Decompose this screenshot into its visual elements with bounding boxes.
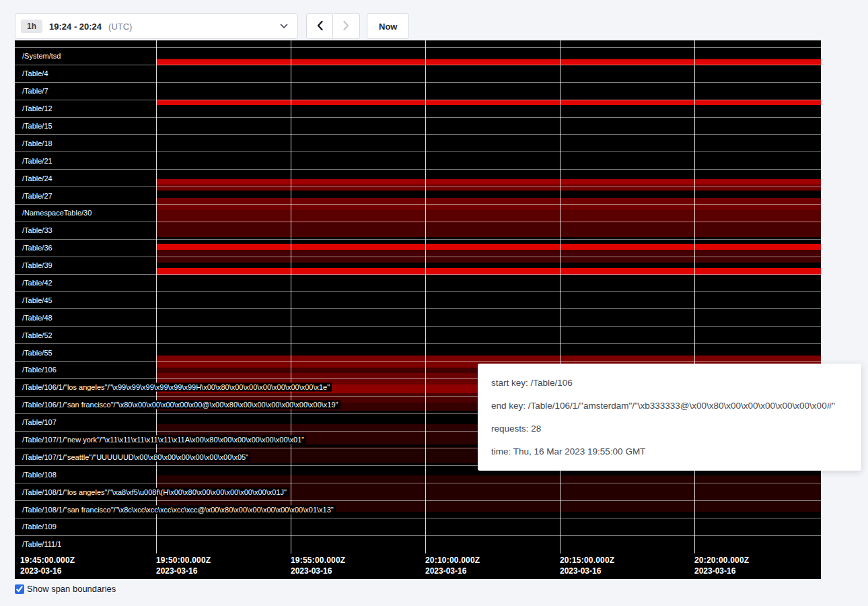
span-start-key-label: /Table/106/1/"los angeles"/"\x99\x99\x99… bbox=[22, 383, 332, 392]
heatmap-row[interactable]: /Table/109 bbox=[15, 518, 821, 535]
span-start-key-label: /Table/52 bbox=[22, 331, 55, 339]
heatmap-row[interactable]: /Table/7 bbox=[15, 82, 821, 100]
tick-time-label: 20:20:00.000Z bbox=[694, 556, 749, 565]
x-axis-tick: 20:15:00.000Z2023-03-16 bbox=[560, 556, 614, 576]
show-span-boundaries-label: Show span boundaries bbox=[27, 584, 116, 594]
tick-date-label: 2023-03-16 bbox=[291, 566, 345, 576]
chevron-right-icon bbox=[342, 20, 350, 33]
span-start-key-label: /System/tsd bbox=[22, 52, 63, 61]
x-axis-tick: 19:50:00.000Z2023-03-16 bbox=[156, 556, 211, 576]
span-start-key-label: /Table/45 bbox=[22, 296, 55, 304]
span-start-key-label: /Table/18 bbox=[22, 139, 55, 147]
tooltip-line: time: Thu, 16 Mar 2023 19:55:00 GMT bbox=[491, 445, 848, 458]
timezone-text: (UTC) bbox=[108, 22, 132, 32]
heatmap-row[interactable]: /Table/111/1 bbox=[15, 535, 821, 553]
time-range-text: 19:24 - 20:24 bbox=[49, 22, 102, 32]
heatmap-row[interactable]: /Table/52 bbox=[15, 326, 821, 343]
span-start-key-label: /Table/21 bbox=[22, 156, 55, 165]
span-start-key-label: /Table/39 bbox=[22, 261, 55, 270]
span-start-key-label: /Table/108/1/"los angeles"/"\xa8\xf5\u00… bbox=[22, 487, 289, 496]
span-start-key-label: /Table/55 bbox=[22, 348, 55, 357]
tick-time-label: 19:45:00.000Z bbox=[20, 556, 75, 565]
span-start-key-label: /Table/106/1/"san francisco"/"\x80\x00\x… bbox=[22, 401, 340, 409]
tick-date-label: 2023-03-16 bbox=[694, 566, 749, 576]
heatmap-row[interactable]: /Table/4 bbox=[15, 65, 821, 82]
heatmap-row[interactable]: /Table/108/1/"los angeles"/"\xa8\xf5\u00… bbox=[15, 483, 821, 500]
span-start-key-label: /Table/4 bbox=[22, 69, 50, 78]
heatmap-row[interactable]: /Table/33 bbox=[15, 222, 821, 239]
heatmap-row[interactable]: /Table/27 bbox=[15, 187, 821, 204]
heatmap-row[interactable]: /Table/45 bbox=[15, 291, 821, 308]
span-tooltip: start key: /Table/106end key: /Table/106… bbox=[478, 364, 861, 471]
now-button[interactable]: Now bbox=[367, 13, 409, 39]
span-start-key-label: /Table/107 bbox=[22, 418, 59, 427]
heatmap-rows: /System/tsd/Table/4/Table/7/Table/12/Tab… bbox=[15, 47, 821, 553]
time-nav-group bbox=[306, 13, 360, 39]
x-axis-tick: 20:20:00.000Z2023-03-16 bbox=[694, 556, 749, 576]
span-start-key-label: /NamespaceTable/30 bbox=[22, 209, 94, 217]
footer: Show span boundaries bbox=[15, 584, 116, 594]
duration-badge: 1h bbox=[21, 20, 42, 33]
heatmap-row[interactable]: /Table/21 bbox=[15, 152, 821, 169]
tick-time-label: 20:15:00.000Z bbox=[560, 556, 614, 565]
heatmap-row[interactable]: /Table/39 bbox=[15, 257, 821, 274]
heatmap-row[interactable]: /NamespaceTable/30 bbox=[15, 204, 821, 222]
span-start-key-label: /Table/36 bbox=[22, 244, 55, 252]
next-interval-button[interactable] bbox=[333, 13, 360, 39]
x-axis-tick: 19:45:00.000Z2023-03-16 bbox=[20, 556, 75, 576]
heatmap-row[interactable]: /Table/48 bbox=[15, 308, 821, 326]
heatmap-row[interactable]: /Table/18 bbox=[15, 134, 821, 152]
x-axis: 19:45:00.000Z2023-03-1619:50:00.000Z2023… bbox=[15, 553, 821, 579]
toolbar: 1h 19:24 - 20:24 (UTC) Now bbox=[15, 13, 409, 39]
time-range-selector[interactable]: 1h 19:24 - 20:24 (UTC) bbox=[15, 13, 298, 39]
heatmap-row[interactable]: /Table/55 bbox=[15, 343, 821, 361]
tick-time-label: 20:10:00.000Z bbox=[425, 556, 480, 565]
span-start-key-label: /Table/106 bbox=[22, 366, 59, 374]
tick-date-label: 2023-03-16 bbox=[425, 566, 480, 576]
tick-date-label: 2023-03-16 bbox=[20, 566, 75, 576]
span-start-key-label: /Table/108/1/"san francisco"/"\x8c\xcc\x… bbox=[22, 505, 336, 514]
heatmap-row[interactable]: /Table/15 bbox=[15, 117, 821, 135]
span-start-key-label: /Table/12 bbox=[22, 104, 55, 113]
heatmap-row[interactable]: /System/tsd bbox=[15, 47, 821, 65]
chevron-down-icon bbox=[280, 24, 288, 29]
span-start-key-label: /Table/111/1 bbox=[22, 540, 63, 549]
tick-time-label: 19:55:00.000Z bbox=[291, 556, 345, 565]
tooltip-line: start key: /Table/106 bbox=[491, 376, 848, 389]
x-axis-tick: 19:55:00.000Z2023-03-16 bbox=[291, 556, 345, 576]
tooltip-line: end key: /Table/106/1/"amsterdam"/"\xb33… bbox=[491, 399, 848, 412]
span-start-key-label: /Table/7 bbox=[22, 87, 50, 96]
tick-time-label: 19:50:00.000Z bbox=[156, 556, 211, 565]
heatmap-row[interactable]: /Table/42 bbox=[15, 274, 821, 292]
heatmap-row[interactable]: /Table/24 bbox=[15, 169, 821, 187]
span-start-key-label: /Table/107/1/"new york"/"\x11\x11\x11\x1… bbox=[22, 436, 306, 444]
prev-interval-button[interactable] bbox=[306, 13, 333, 39]
show-span-boundaries-checkbox[interactable] bbox=[15, 584, 24, 594]
x-axis-tick: 20:10:00.000Z2023-03-16 bbox=[425, 556, 480, 576]
span-start-key-label: /Table/48 bbox=[22, 313, 55, 322]
span-start-key-label: /Table/108 bbox=[22, 470, 59, 479]
heatmap-row[interactable]: /Table/36 bbox=[15, 239, 821, 257]
span-start-key-label: /Table/42 bbox=[22, 279, 55, 288]
span-start-key-label: /Table/109 bbox=[22, 523, 59, 531]
span-start-key-label: /Table/24 bbox=[22, 174, 55, 182]
tick-date-label: 2023-03-16 bbox=[156, 566, 211, 576]
tick-date-label: 2023-03-16 bbox=[560, 566, 614, 576]
span-start-key-label: /Table/15 bbox=[22, 122, 55, 131]
span-start-key-label: /Table/33 bbox=[22, 226, 55, 235]
chevron-left-icon bbox=[316, 20, 324, 33]
heatmap-row[interactable]: /Table/108/1/"san francisco"/"\x8c\xcc\x… bbox=[15, 500, 821, 518]
span-start-key-label: /Table/27 bbox=[22, 191, 55, 200]
heatmap-row[interactable]: /Table/12 bbox=[15, 100, 821, 117]
key-visualizer-canvas[interactable]: /System/tsd/Table/4/Table/7/Table/12/Tab… bbox=[15, 40, 821, 579]
span-start-key-label: /Table/107/1/"seattle"/"UUUUUUD\x00\x80\… bbox=[22, 452, 250, 461]
tooltip-line: requests: 28 bbox=[491, 422, 848, 435]
